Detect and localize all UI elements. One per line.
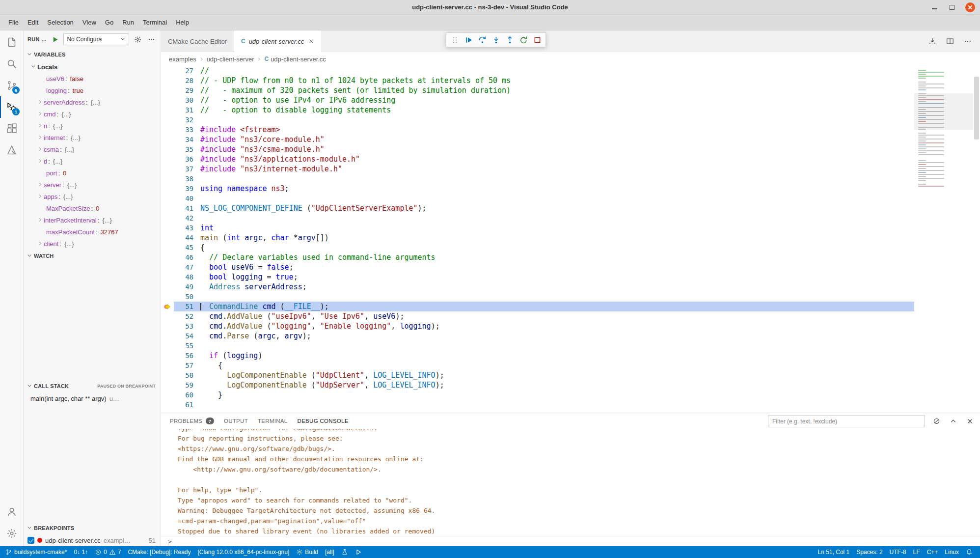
gutter[interactable] bbox=[161, 282, 174, 292]
menu-help[interactable]: Help bbox=[171, 17, 193, 28]
code-line-58[interactable]: 58 LogComponentEnable ("UdpClient", LOG_… bbox=[161, 370, 914, 380]
gutter[interactable] bbox=[161, 233, 174, 243]
gutter[interactable] bbox=[161, 262, 174, 272]
panel-tab-terminal[interactable]: TERMINAL bbox=[258, 413, 288, 429]
menu-edit[interactable]: Edit bbox=[23, 17, 43, 28]
code-line-46[interactable]: 46 // Declare variables used in command-… bbox=[161, 252, 914, 262]
status-ctest[interactable] bbox=[338, 546, 352, 558]
gutter[interactable] bbox=[161, 311, 174, 321]
code-line-41[interactable]: 41NS_LOG_COMPONENT_DEFINE ("UdpClientSer… bbox=[161, 203, 914, 213]
gutter[interactable] bbox=[161, 135, 174, 144]
watch-section-header[interactable]: WATCH bbox=[24, 250, 161, 262]
gutter[interactable] bbox=[161, 321, 174, 331]
variable-row-logging[interactable]: logging:true bbox=[24, 84, 161, 96]
variable-row-MaxPacketSize[interactable]: MaxPacketSize:0 bbox=[24, 202, 161, 214]
close-button[interactable] bbox=[965, 2, 975, 12]
gutter[interactable] bbox=[161, 95, 174, 105]
code-editor[interactable]: 27//28// - UDP flow from n0 to n1 of 102… bbox=[161, 66, 914, 413]
status-cursor-position[interactable]: Ln 51, Col 1 bbox=[815, 546, 853, 558]
gutter[interactable] bbox=[161, 125, 174, 135]
locals-scope-row[interactable]: Locals bbox=[24, 61, 161, 73]
status-encoding[interactable]: UTF-8 bbox=[886, 546, 910, 558]
minimize-button[interactable] bbox=[930, 3, 939, 12]
variable-row-d[interactable]: d:{...} bbox=[24, 155, 161, 167]
gutter[interactable] bbox=[161, 115, 174, 125]
code-line-60[interactable]: 60 } bbox=[161, 390, 914, 400]
debug-more-actions-icon[interactable] bbox=[146, 34, 157, 45]
menu-go[interactable]: Go bbox=[101, 17, 118, 28]
variable-row-csma[interactable]: csma:{...} bbox=[24, 143, 161, 155]
minimap-viewport[interactable] bbox=[914, 93, 973, 130]
code-line-28[interactable]: 28// - UDP flow from n0 to n1 of 1024 by… bbox=[161, 76, 914, 85]
status-git-branch[interactable]: buildsystem-cmake* bbox=[2, 546, 70, 558]
debug-config-dropdown[interactable]: No Configura bbox=[63, 33, 129, 45]
activity-source-control[interactable]: 6 bbox=[0, 75, 23, 96]
code-line-36[interactable]: 36#include "ns3/applications-module.h" bbox=[161, 154, 914, 164]
code-line-35[interactable]: 35#include "ns3/csma-module.h" bbox=[161, 144, 914, 154]
code-line-44[interactable]: 44main (int argc, char *argv[]) bbox=[161, 233, 914, 243]
menu-file[interactable]: File bbox=[4, 17, 23, 28]
status-launch[interactable] bbox=[352, 546, 365, 558]
code-line-55[interactable]: 55 bbox=[161, 341, 914, 351]
gutter[interactable] bbox=[161, 76, 174, 85]
breakpoint-checkbox[interactable] bbox=[27, 537, 34, 544]
gutter[interactable] bbox=[161, 223, 174, 233]
code-line-56[interactable]: 56 if (logging) bbox=[161, 351, 914, 361]
code-line-48[interactable]: 48 bool logging = true; bbox=[161, 272, 914, 282]
gutter[interactable] bbox=[161, 66, 174, 76]
code-line-50[interactable]: 50 bbox=[161, 292, 914, 302]
variable-row-client[interactable]: client:{...} bbox=[24, 238, 161, 250]
variable-row-serverAddress[interactable]: serverAddress:{...} bbox=[24, 96, 161, 108]
gutter[interactable] bbox=[161, 194, 174, 203]
editor-action-ellipsis-icon[interactable] bbox=[962, 36, 973, 47]
gutter[interactable] bbox=[161, 400, 174, 410]
gutter[interactable] bbox=[161, 252, 174, 262]
gutter[interactable] bbox=[161, 341, 174, 351]
call-stack-section-header[interactable]: CALL STACK PAUSED ON BREAKPOINT bbox=[24, 380, 161, 392]
breakpoints-section-header[interactable]: BREAKPOINTS bbox=[24, 522, 161, 534]
tab-close-icon[interactable] bbox=[308, 38, 315, 45]
code-line-45[interactable]: 45{ bbox=[161, 243, 914, 252]
gutter[interactable] bbox=[161, 351, 174, 361]
breakpoint-row[interactable]: udp-client-server.ccexampl…51 bbox=[24, 534, 161, 546]
status-cmake-kit[interactable]: [Clang 12.0.0 x86_64-pc-linux-gnu] bbox=[194, 546, 293, 558]
code-line-30[interactable]: 30// - option to use IPv4 or IPv6 addres… bbox=[161, 95, 914, 105]
code-line-53[interactable]: 53 cmd.AddValue ("logging", "Enable logg… bbox=[161, 321, 914, 331]
breadcrumb-item[interactable]: Cudp-client-server.cc bbox=[264, 56, 326, 63]
step-out-button[interactable] bbox=[503, 34, 516, 46]
panel-tab-output[interactable]: OUTPUT bbox=[224, 413, 248, 429]
panel-tab-problems[interactable]: PROBLEMS7 bbox=[170, 413, 214, 429]
scrollbar-thumb[interactable] bbox=[974, 77, 979, 140]
activity-run-debug[interactable]: 1 bbox=[0, 96, 23, 118]
status-cmake-status[interactable]: CMake: [Debug]: Ready bbox=[124, 546, 194, 558]
breadcrumb-item[interactable]: examples bbox=[169, 56, 196, 63]
minimap[interactable] bbox=[914, 66, 973, 413]
gutter[interactable] bbox=[161, 105, 174, 115]
gutter[interactable] bbox=[161, 203, 174, 213]
gutter[interactable] bbox=[161, 184, 174, 194]
status-problems[interactable]: 07 bbox=[91, 546, 124, 558]
status-cmake-build[interactable]: Build bbox=[293, 546, 322, 558]
code-line-54[interactable]: 54 cmd.Parse (argc, argv); bbox=[161, 331, 914, 341]
variable-row-interPacketInterval[interactable]: interPacketInterval:{...} bbox=[24, 214, 161, 226]
gutter[interactable] bbox=[161, 390, 174, 400]
clear-console-icon[interactable] bbox=[931, 416, 942, 427]
gutter[interactable] bbox=[161, 272, 174, 282]
variables-section-header[interactable]: VARIABLES bbox=[24, 48, 161, 61]
gutter[interactable] bbox=[161, 174, 174, 184]
menu-terminal[interactable]: Terminal bbox=[138, 17, 171, 28]
restart-button[interactable] bbox=[517, 34, 530, 46]
editor-action-split-icon[interactable] bbox=[945, 36, 955, 47]
code-line-33[interactable]: 33#include <fstream> bbox=[161, 125, 914, 135]
activity-settings[interactable] bbox=[0, 523, 23, 544]
variable-row-internet[interactable]: internet:{...} bbox=[24, 132, 161, 143]
code-line-29[interactable]: 29// - maximum of 320 packets sent (or l… bbox=[161, 85, 914, 95]
gutter[interactable] bbox=[161, 370, 174, 380]
editor-action-download-icon[interactable] bbox=[927, 36, 938, 47]
status-cmake-target[interactable]: [all] bbox=[322, 546, 338, 558]
maximize-button[interactable] bbox=[948, 3, 956, 12]
variable-row-maxPacketCount[interactable]: maxPacketCount:32767 bbox=[24, 226, 161, 238]
code-line-57[interactable]: 57 { bbox=[161, 361, 914, 370]
code-line-34[interactable]: 34#include "ns3/core-module.h" bbox=[161, 135, 914, 144]
gutter[interactable] bbox=[161, 243, 174, 252]
